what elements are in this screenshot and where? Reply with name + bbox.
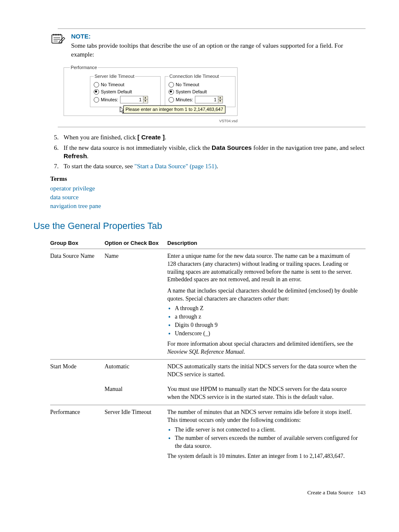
note-top-rule (58, 28, 366, 29)
note-bottom-rule (58, 127, 366, 127)
terms-heading: Terms (50, 175, 366, 183)
cell-option-sit: Server Idle Timeout (105, 405, 167, 464)
radio-minutes-conn[interactable] (169, 97, 174, 103)
link-start-ds[interactable]: "Start a Data Source" (page 151) (134, 163, 217, 170)
radio-no-timeout-server[interactable] (94, 82, 99, 87)
cell-desc-sit: The number of minutes that an NDCS serve… (167, 405, 366, 464)
table-row: Start Mode Automatic NDCS automatically … (50, 360, 366, 382)
tooltip-example-image: Performance Server Idle Timeout No Timeo… (63, 64, 366, 124)
cell-group-startmode: Start Mode (50, 360, 105, 405)
cell-group-perf: Performance (50, 405, 105, 464)
tooltip-box: Please enter an integer from 1 to 2,147,… (123, 105, 225, 113)
step-6: If the new data source is not immediatel… (60, 144, 366, 161)
cell-desc-name: Enter a unique name for the new data sou… (167, 249, 366, 360)
page-footer: Create a Data Source 143 (33, 489, 366, 496)
svg-rect-0 (52, 35, 62, 43)
vsd-filename: VST04.vsd (63, 118, 238, 123)
minutes-input-conn[interactable]: 1 ▲▼ (195, 96, 223, 103)
cell-desc-auto: NDCS automatically starts the initial ND… (167, 360, 366, 382)
radio-sys-default-server[interactable] (94, 89, 99, 95)
radio-minutes-server[interactable] (94, 97, 99, 103)
note-title: NOTE: (71, 32, 366, 41)
label-minutes-server: Minutes: (101, 97, 118, 103)
performance-legend: Performance (70, 64, 98, 71)
cell-option-name: Name (105, 249, 167, 360)
table-row: Data Source Name Name Enter a unique nam… (50, 249, 366, 360)
label-sys-default-conn: System Default (176, 89, 207, 95)
table-row: Performance Server Idle Timeout The numb… (50, 405, 366, 464)
note-icon (50, 32, 65, 45)
th-option: Option or Check Box (105, 238, 167, 249)
step-7: To start the data source, see "Start a D… (60, 162, 366, 170)
section-heading: Use the General Properties Tab (33, 220, 366, 232)
term-operator-privilege[interactable]: operator privilege (50, 184, 366, 193)
term-data-source[interactable]: data source (50, 193, 366, 202)
label-sys-default-server: System Default (101, 89, 132, 95)
server-idle-legend: Server Idle Timeout (94, 73, 135, 80)
radio-sys-default-conn[interactable] (169, 89, 174, 95)
steps-list: When you are finished, click [ Create ].… (50, 133, 366, 170)
radio-no-timeout-conn[interactable] (169, 82, 174, 87)
conn-idle-legend: Connection Idle Timeout (169, 73, 220, 80)
minutes-input-server[interactable]: 1 ▲▼ (120, 96, 148, 103)
th-group: Group Box (50, 238, 105, 249)
cell-option-auto: Automatic (105, 360, 167, 382)
note-block: NOTE: Some tabs provide tooltips that de… (50, 32, 366, 59)
terms-list: operator privilege data source navigatio… (50, 184, 366, 211)
cell-desc-manual: You must use HPDM to manually start the … (167, 382, 366, 405)
label-no-timeout-server: No Timeout (101, 82, 124, 88)
cell-option-manual: Manual (105, 382, 167, 405)
label-no-timeout-conn: No Timeout (176, 82, 199, 88)
note-body: Some tabs provide tooltips that describe… (71, 41, 366, 59)
cell-group-dsname: Data Source Name (50, 249, 105, 360)
properties-table: Group Box Option or Check Box Descriptio… (50, 238, 366, 464)
term-nav-tree-pane[interactable]: navigation tree pane (50, 202, 366, 211)
label-minutes-conn: Minutes: (176, 97, 193, 103)
step-5: When you are finished, click [ Create ]. (60, 133, 366, 141)
th-desc: Description (167, 238, 366, 249)
